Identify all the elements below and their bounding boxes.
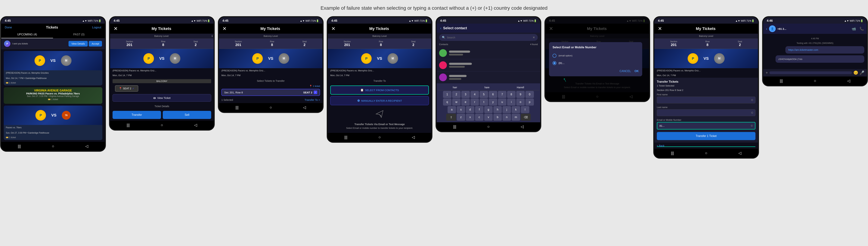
nav-home-1[interactable]: ○ bbox=[48, 143, 58, 150]
key-u[interactable]: u bbox=[498, 98, 506, 105]
transfer-ticket-btn[interactable]: Transfer 1 Ticket bbox=[657, 132, 755, 140]
contact-item-1[interactable] bbox=[437, 47, 540, 59]
key-n[interactable]: n bbox=[502, 114, 511, 121]
sms-input[interactable] bbox=[769, 71, 852, 74]
close-btn-7[interactable]: ✕ bbox=[658, 26, 662, 32]
key-z[interactable]: z bbox=[457, 114, 465, 121]
key-o[interactable]: o bbox=[516, 98, 525, 105]
ticket-card-2[interactable]: P VS 76 Pacers vs. 76ers Sun, Oct 27, 3:… bbox=[4, 105, 102, 140]
nav-back-4[interactable]: ◁ bbox=[408, 134, 418, 141]
nav-home-2[interactable]: ○ bbox=[157, 122, 166, 128]
key-b[interactable]: b bbox=[493, 114, 502, 121]
close-btn-2[interactable]: ✕ bbox=[114, 26, 118, 32]
nav-back-3[interactable]: ◁ bbox=[300, 104, 309, 111]
key-0[interactable]: 0 bbox=[525, 91, 534, 98]
suggest-3[interactable]: Harrell bbox=[517, 86, 524, 89]
key-6[interactable]: 6 bbox=[489, 91, 497, 98]
accept-btn[interactable]: Accept bbox=[89, 41, 102, 47]
nav-back-2[interactable]: ◁ bbox=[191, 122, 200, 128]
sms-video-btn[interactable]: 📹 bbox=[851, 27, 856, 31]
close-search-icon[interactable]: ✕ bbox=[533, 36, 535, 39]
nav-menu-1[interactable]: ||| bbox=[14, 143, 24, 150]
key-s[interactable]: s bbox=[457, 106, 465, 113]
key-2[interactable]: 2 bbox=[452, 91, 461, 98]
key-r[interactable]: r bbox=[470, 98, 479, 105]
search-input-5[interactable] bbox=[447, 36, 531, 39]
key-x[interactable]: x bbox=[466, 114, 474, 121]
contact-item-2[interactable] bbox=[437, 59, 540, 71]
last-name-input[interactable]: © bbox=[657, 109, 755, 116]
key-i[interactable]: i bbox=[507, 98, 516, 105]
key-5[interactable]: 5 bbox=[479, 91, 488, 98]
sms-mic-icon[interactable]: 🎤 bbox=[860, 70, 864, 75]
email-input[interactable]: 81... © bbox=[657, 122, 755, 129]
modal-option-phone[interactable]: (81... bbox=[553, 59, 639, 67]
key-4[interactable]: 4 bbox=[470, 91, 479, 98]
nav-back-8[interactable]: ◁ bbox=[844, 78, 854, 84]
ticket-card-parking[interactable]: VIRGINIA AVENUE GARAGE PARKING PASS Pace… bbox=[4, 87, 102, 104]
sms-back-btn[interactable]: ‹ bbox=[766, 27, 767, 31]
key-3[interactable]: 3 bbox=[461, 91, 470, 98]
key-d[interactable]: d bbox=[466, 106, 474, 113]
key-w[interactable]: w bbox=[452, 98, 461, 105]
key-delete[interactable]: ⌫ bbox=[521, 114, 531, 121]
nav-menu-5[interactable]: ||| bbox=[450, 123, 460, 130]
key-v[interactable]: v bbox=[484, 114, 493, 121]
close-btn-4[interactable]: ✕ bbox=[331, 26, 335, 32]
key-1[interactable]: 1 bbox=[443, 91, 452, 98]
ticket-details-link[interactable]: Ticket Details bbox=[110, 103, 214, 109]
nav-back-1[interactable]: ◁ bbox=[82, 143, 92, 150]
key-m[interactable]: m bbox=[512, 114, 520, 121]
sms-link[interactable]: https://am.ticketmaster.com bbox=[788, 49, 818, 51]
select-from-contacts-btn[interactable]: 📋 SELECT FROM CONTACTS bbox=[330, 86, 429, 95]
suggest-1[interactable]: harr bbox=[453, 86, 457, 89]
sms-attach-icon[interactable]: + bbox=[766, 70, 768, 75]
manually-enter-btn[interactable]: ⊕ MANUALLY ENTER A RECIPIENT bbox=[330, 96, 429, 105]
radio-empty[interactable] bbox=[553, 54, 556, 58]
nav-home-7[interactable]: ○ bbox=[702, 150, 711, 156]
radio-phone[interactable] bbox=[553, 61, 556, 65]
nav-back-7[interactable]: ◁ bbox=[735, 150, 745, 156]
key-shift[interactable]: ⇧ bbox=[446, 114, 456, 121]
nav-menu-3[interactable]: ||| bbox=[232, 104, 242, 111]
key-e[interactable]: e bbox=[461, 98, 470, 105]
nav-home-4[interactable]: ○ bbox=[375, 134, 384, 141]
modal-cancel-btn[interactable]: CANCEL bbox=[619, 70, 631, 73]
key-p[interactable]: p bbox=[525, 98, 534, 105]
key-9[interactable]: 9 bbox=[516, 91, 525, 98]
close-btn-3[interactable]: ✕ bbox=[222, 26, 226, 32]
key-8[interactable]: 8 bbox=[507, 91, 516, 98]
key-7[interactable]: 7 bbox=[498, 91, 506, 98]
transfer-to-btn[interactable]: Transfer To > bbox=[305, 98, 320, 101]
ticket-card-1[interactable]: P VS M (PRESEASON) Pacers vs. Memphis Gr… bbox=[4, 51, 102, 86]
nav-menu-8[interactable]: ||| bbox=[776, 78, 786, 84]
nav-menu-7[interactable]: ||| bbox=[668, 150, 677, 156]
sell-btn-s2[interactable]: Sell bbox=[163, 111, 211, 119]
view-ticket-btn[interactable]: 🎟 View Ticket bbox=[113, 94, 211, 102]
key-t[interactable]: t bbox=[479, 98, 488, 105]
nav-home-8[interactable]: ○ bbox=[810, 78, 819, 84]
key-a[interactable]: a bbox=[447, 106, 456, 113]
nav-home-5[interactable]: ○ bbox=[484, 123, 493, 130]
tab-upcoming[interactable]: UPCOMING (4) bbox=[1, 31, 53, 38]
key-k[interactable]: k bbox=[512, 106, 520, 113]
transfer-btn-s2[interactable]: Transfer bbox=[113, 111, 161, 119]
seat-select-item[interactable]: Sec 201, Row 8 SEAT 2 ✓ bbox=[221, 89, 320, 96]
logout-btn[interactable]: Logout bbox=[92, 26, 101, 29]
key-c[interactable]: c bbox=[475, 114, 484, 121]
nav-back-5[interactable]: ◁ bbox=[517, 123, 527, 130]
key-j[interactable]: j bbox=[502, 106, 511, 113]
view-details-btn[interactable]: View Details bbox=[68, 41, 88, 47]
key-l[interactable]: l bbox=[521, 106, 529, 113]
key-f[interactable]: f bbox=[475, 106, 484, 113]
first-name-input[interactable]: © bbox=[657, 97, 755, 103]
key-g[interactable]: g bbox=[484, 106, 493, 113]
modal-option-empty[interactable]: (email option) bbox=[553, 52, 639, 59]
key-q[interactable]: q bbox=[443, 98, 452, 105]
done-btn[interactable]: Done bbox=[5, 26, 12, 29]
back-arrow-5[interactable]: ‹ bbox=[440, 26, 441, 30]
tab-past[interactable]: PAST (0) bbox=[53, 31, 105, 38]
key-h[interactable]: h bbox=[493, 106, 502, 113]
nav-menu-2[interactable]: ||| bbox=[123, 122, 133, 128]
sms-phone-btn[interactable]: 📞 bbox=[860, 27, 864, 31]
